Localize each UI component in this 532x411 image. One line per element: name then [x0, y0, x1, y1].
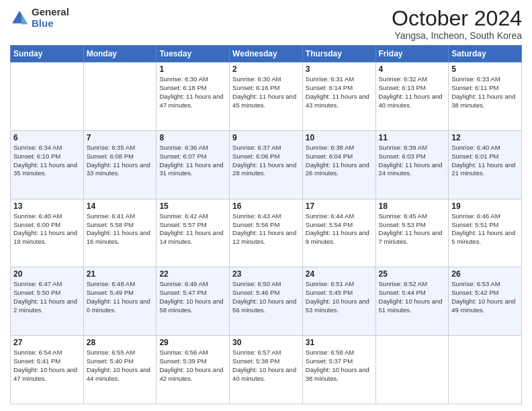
- table-row: 8Sunrise: 6:36 AM Sunset: 6:07 PM Daylig…: [157, 130, 230, 199]
- table-row: 5Sunrise: 6:33 AM Sunset: 6:11 PM Daylig…: [449, 62, 522, 131]
- day-number: 24: [306, 269, 373, 279]
- day-number: 22: [159, 269, 226, 279]
- day-info: Sunrise: 6:41 AM Sunset: 5:58 PM Dayligh…: [87, 212, 154, 246]
- day-info: Sunrise: 6:46 AM Sunset: 5:51 PM Dayligh…: [451, 212, 519, 246]
- table-row: 3Sunrise: 6:31 AM Sunset: 6:14 PM Daylig…: [302, 62, 375, 131]
- day-number: 28: [87, 338, 154, 347]
- table-row: 12Sunrise: 6:40 AM Sunset: 6:01 PM Dayli…: [449, 130, 522, 199]
- table-row: 2Sunrise: 6:30 AM Sunset: 6:16 PM Daylig…: [230, 62, 303, 131]
- table-row: [375, 336, 449, 404]
- calendar-week-row: 6Sunrise: 6:34 AM Sunset: 6:10 PM Daylig…: [11, 130, 522, 199]
- table-row: 26Sunrise: 6:53 AM Sunset: 5:42 PM Dayli…: [449, 267, 522, 336]
- table-row: 4Sunrise: 6:32 AM Sunset: 6:13 PM Daylig…: [375, 62, 449, 131]
- table-row: 30Sunrise: 6:57 AM Sunset: 5:38 PM Dayli…: [230, 336, 303, 404]
- day-info: Sunrise: 6:37 AM Sunset: 6:06 PM Dayligh…: [232, 144, 300, 178]
- table-row: 6Sunrise: 6:34 AM Sunset: 6:10 PM Daylig…: [11, 130, 84, 199]
- day-info: Sunrise: 6:50 AM Sunset: 5:46 PM Dayligh…: [232, 280, 300, 314]
- day-info: Sunrise: 6:49 AM Sunset: 5:47 PM Dayligh…: [159, 280, 226, 314]
- table-row: 14Sunrise: 6:41 AM Sunset: 5:58 PM Dayli…: [83, 199, 157, 267]
- day-info: Sunrise: 6:52 AM Sunset: 5:44 PM Dayligh…: [379, 280, 446, 314]
- page: General Blue October 2024 Yangsa, Incheo…: [0, 0, 532, 411]
- th-tuesday: Tuesday: [157, 46, 230, 62]
- day-info: Sunrise: 6:44 AM Sunset: 5:54 PM Dayligh…: [306, 212, 373, 246]
- table-row: 20Sunrise: 6:47 AM Sunset: 5:50 PM Dayli…: [11, 267, 84, 336]
- day-number: 12: [451, 133, 519, 142]
- calendar-week-row: 27Sunrise: 6:54 AM Sunset: 5:41 PM Dayli…: [11, 336, 522, 404]
- table-row: 7Sunrise: 6:35 AM Sunset: 6:08 PM Daylig…: [83, 130, 157, 199]
- day-info: Sunrise: 6:53 AM Sunset: 5:42 PM Dayligh…: [451, 280, 519, 314]
- day-info: Sunrise: 6:36 AM Sunset: 6:07 PM Dayligh…: [159, 144, 226, 178]
- logo: General Blue: [10, 7, 69, 29]
- day-number: 21: [87, 269, 154, 279]
- month-title: October 2024: [392, 7, 522, 30]
- day-number: 13: [13, 201, 81, 211]
- day-number: 27: [13, 338, 81, 347]
- logo-general: General: [32, 7, 69, 18]
- th-wednesday: Wednesday: [230, 46, 303, 62]
- day-info: Sunrise: 6:38 AM Sunset: 6:04 PM Dayligh…: [306, 144, 373, 178]
- day-number: 30: [232, 338, 300, 347]
- table-row: 9Sunrise: 6:37 AM Sunset: 6:06 PM Daylig…: [230, 130, 303, 199]
- day-info: Sunrise: 6:56 AM Sunset: 5:39 PM Dayligh…: [159, 349, 226, 383]
- day-number: 26: [451, 269, 519, 279]
- th-thursday: Thursday: [302, 46, 375, 62]
- day-info: Sunrise: 6:51 AM Sunset: 5:45 PM Dayligh…: [306, 280, 373, 314]
- day-info: Sunrise: 6:30 AM Sunset: 6:18 PM Dayligh…: [159, 75, 226, 109]
- day-number: 16: [232, 201, 300, 211]
- calendar-table: Sunday Monday Tuesday Wednesday Thursday…: [10, 45, 522, 404]
- calendar-week-row: 1Sunrise: 6:30 AM Sunset: 6:18 PM Daylig…: [11, 62, 522, 131]
- day-number: 17: [306, 201, 373, 211]
- day-number: 14: [87, 201, 154, 211]
- day-info: Sunrise: 6:48 AM Sunset: 5:49 PM Dayligh…: [87, 280, 154, 314]
- table-row: 18Sunrise: 6:45 AM Sunset: 5:53 PM Dayli…: [375, 199, 449, 267]
- day-info: Sunrise: 6:30 AM Sunset: 6:16 PM Dayligh…: [232, 75, 300, 109]
- table-row: 1Sunrise: 6:30 AM Sunset: 6:18 PM Daylig…: [157, 62, 230, 131]
- th-saturday: Saturday: [449, 46, 522, 62]
- table-row: 25Sunrise: 6:52 AM Sunset: 5:44 PM Dayli…: [375, 267, 449, 336]
- header: General Blue October 2024 Yangsa, Incheo…: [10, 7, 522, 41]
- table-row: 15Sunrise: 6:42 AM Sunset: 5:57 PM Dayli…: [157, 199, 230, 267]
- day-number: 19: [451, 201, 519, 211]
- logo-blue: Blue: [32, 18, 69, 30]
- location-title: Yangsa, Incheon, South Korea: [392, 30, 522, 41]
- table-row: 23Sunrise: 6:50 AM Sunset: 5:46 PM Dayli…: [230, 267, 303, 336]
- day-number: 18: [379, 201, 446, 211]
- day-number: 11: [379, 133, 446, 142]
- th-monday: Monday: [83, 46, 157, 62]
- table-row: [83, 62, 157, 131]
- day-number: 6: [13, 133, 81, 142]
- day-info: Sunrise: 6:57 AM Sunset: 5:38 PM Dayligh…: [232, 349, 300, 383]
- th-sunday: Sunday: [11, 46, 84, 62]
- table-row: 13Sunrise: 6:40 AM Sunset: 6:00 PM Dayli…: [11, 199, 84, 267]
- table-row: 29Sunrise: 6:56 AM Sunset: 5:39 PM Dayli…: [157, 336, 230, 404]
- day-info: Sunrise: 6:32 AM Sunset: 6:13 PM Dayligh…: [379, 75, 446, 109]
- day-info: Sunrise: 6:31 AM Sunset: 6:14 PM Dayligh…: [306, 75, 373, 109]
- day-number: 31: [306, 338, 373, 347]
- day-number: 9: [232, 133, 300, 142]
- day-info: Sunrise: 6:54 AM Sunset: 5:41 PM Dayligh…: [13, 349, 81, 383]
- table-row: 19Sunrise: 6:46 AM Sunset: 5:51 PM Dayli…: [449, 199, 522, 267]
- day-number: 2: [232, 64, 300, 74]
- table-row: 28Sunrise: 6:55 AM Sunset: 5:40 PM Dayli…: [83, 336, 157, 404]
- table-row: 21Sunrise: 6:48 AM Sunset: 5:49 PM Dayli…: [83, 267, 157, 336]
- table-row: 24Sunrise: 6:51 AM Sunset: 5:45 PM Dayli…: [302, 267, 375, 336]
- table-row: 22Sunrise: 6:49 AM Sunset: 5:47 PM Dayli…: [157, 267, 230, 336]
- day-number: 15: [159, 201, 226, 211]
- th-friday: Friday: [375, 46, 449, 62]
- day-number: 20: [13, 269, 81, 279]
- logo-icon: [10, 9, 29, 28]
- day-number: 10: [306, 133, 373, 142]
- day-info: Sunrise: 6:43 AM Sunset: 5:56 PM Dayligh…: [232, 212, 300, 246]
- day-number: 4: [379, 64, 446, 74]
- day-info: Sunrise: 6:40 AM Sunset: 6:01 PM Dayligh…: [451, 144, 519, 178]
- day-number: 3: [306, 64, 373, 74]
- day-info: Sunrise: 6:35 AM Sunset: 6:08 PM Dayligh…: [87, 144, 154, 178]
- day-info: Sunrise: 6:42 AM Sunset: 5:57 PM Dayligh…: [159, 212, 226, 246]
- day-info: Sunrise: 6:34 AM Sunset: 6:10 PM Dayligh…: [13, 144, 81, 178]
- day-info: Sunrise: 6:33 AM Sunset: 6:11 PM Dayligh…: [451, 75, 519, 109]
- day-number: 25: [379, 269, 446, 279]
- day-info: Sunrise: 6:45 AM Sunset: 5:53 PM Dayligh…: [379, 212, 446, 246]
- table-row: [449, 336, 522, 404]
- day-info: Sunrise: 6:55 AM Sunset: 5:40 PM Dayligh…: [87, 349, 154, 383]
- table-row: 31Sunrise: 6:58 AM Sunset: 5:37 PM Dayli…: [302, 336, 375, 404]
